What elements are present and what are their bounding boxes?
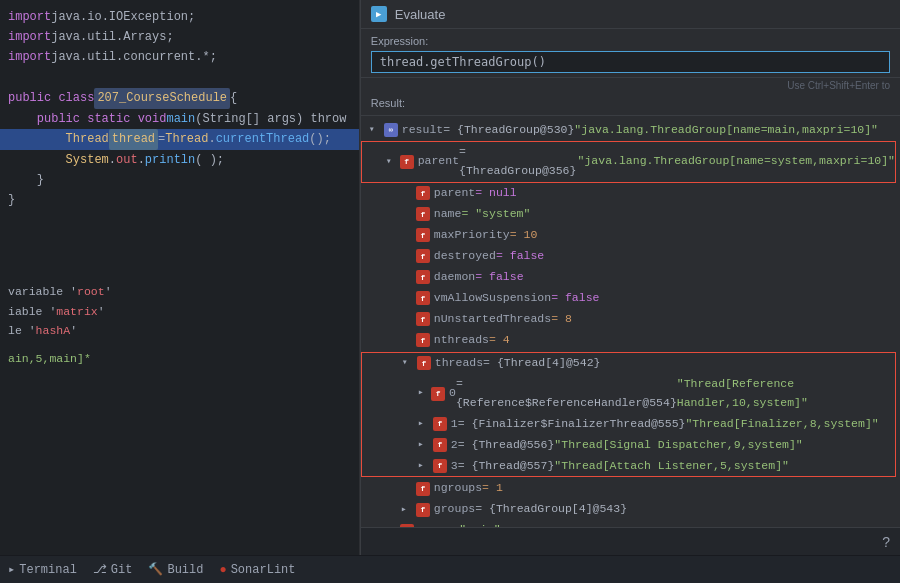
terminal-button[interactable]: ▸ Terminal (8, 562, 77, 577)
key-root: result (402, 121, 443, 140)
val-str: "Thread[Signal Dispatcher,9,system]" (554, 436, 802, 455)
val: = false (496, 247, 544, 266)
code-content: import java.io.IOException; import java.… (0, 0, 359, 218)
tree-item-groups[interactable]: f groups = {ThreadGroup[4]@543} (361, 499, 900, 520)
tree-item-ngroups[interactable]: f ngroups = 1 (361, 478, 900, 499)
code-line-sysout: System . out . println ( ); (0, 150, 359, 170)
tree-item-daemon[interactable]: f daemon = false (361, 267, 900, 288)
result-section: Result: (361, 93, 900, 116)
class-name: 207_CourseSchedule (94, 88, 230, 109)
assign: = (158, 130, 165, 149)
type-thread: Thread (66, 130, 109, 149)
tree-item-maxpriority[interactable]: f maxPriority = 10 (361, 225, 900, 246)
threads-red-group: f threads = {Thread[4]@542} f 0 = {Refer… (361, 352, 896, 478)
system-ref: System (66, 151, 109, 170)
f-icon: f (433, 459, 447, 473)
tree-item-thread0[interactable]: f 0 = {Reference$ReferenceHandler@554} "… (362, 374, 895, 414)
debug-var-1: variable 'root' (8, 282, 351, 302)
bottom-bar: ▸ Terminal ⎇ Git 🔨 Build ● SonarLint (0, 555, 900, 583)
build-icon: 🔨 (148, 562, 163, 577)
val-str: "Thread[Attach Listener,5,system]" (554, 457, 789, 476)
tree-item-thread3[interactable]: f 3 = {Thread@557} "Thread[Attach Listen… (362, 456, 895, 477)
var-name2: matrix (56, 305, 97, 318)
expand[interactable] (418, 437, 430, 454)
tree-item-nunstarted[interactable]: f nUnstartedThreads = 8 (361, 309, 900, 330)
tree-item-nthreads-sys[interactable]: f nthreads = 4 (361, 330, 900, 351)
method-call: currentThread (216, 130, 310, 149)
key: maxPriority (434, 226, 510, 245)
val-root-str: "java.lang.ThreadGroup[name=main,maxpri=… (574, 121, 878, 140)
expand[interactable] (418, 458, 430, 475)
code-line-class: public class 207_CourseSchedule { (0, 88, 359, 109)
build-label: Build (167, 563, 203, 577)
git-button[interactable]: ⎇ Git (93, 562, 133, 577)
f-icon: f (416, 482, 430, 496)
val: = {ThreadGroup[4]@543} (475, 500, 627, 519)
expand[interactable] (418, 385, 428, 402)
tree-item-destroyed[interactable]: f destroyed = false (361, 246, 900, 267)
tree-item-thread1[interactable]: f 1 = {Finalizer$FinalizerThread@555} "T… (362, 414, 895, 435)
expand[interactable] (418, 416, 430, 433)
expand-threads[interactable] (402, 355, 414, 372)
code-panel: import java.io.IOException; import java.… (0, 0, 360, 555)
panel-header: ▶ Evaluate (361, 0, 900, 29)
val-root: = {ThreadGroup@530} (443, 121, 574, 140)
sonarlint-label: SonarLint (231, 563, 296, 577)
tree-item-thread2[interactable]: f 2 = {Thread@556} "Thread[Signal Dispat… (362, 435, 895, 456)
indent (8, 151, 66, 170)
expression-section: Expression: (361, 29, 900, 78)
expand-root[interactable] (369, 122, 381, 139)
tree-item-vmallow[interactable]: f vmAllowSuspension = false (361, 288, 900, 309)
f-icon: f (416, 503, 430, 517)
f-icon: f (416, 333, 430, 347)
build-button[interactable]: 🔨 Build (148, 562, 203, 577)
tree-item-root[interactable]: ∞ result = {ThreadGroup@530} "java.lang.… (361, 120, 900, 141)
println-call: println (145, 151, 195, 170)
key: vmAllowSuspension (434, 289, 551, 308)
tree-item-name-main[interactable]: f name = "main" (361, 520, 900, 527)
key: destroyed (434, 247, 496, 266)
tree-item-name-system[interactable]: f name = "system" (361, 204, 900, 225)
f-icon: f (417, 356, 431, 370)
f-icon: f (416, 228, 430, 242)
dot1: . (109, 151, 116, 170)
tree-item-threads[interactable]: f threads = {Thread[4]@542} (362, 353, 895, 374)
code-line-main: public static void main (String[] args) … (0, 109, 359, 129)
tree-item-parent-null[interactable]: f parent = null (361, 183, 900, 204)
tree-item-parent-outer[interactable]: f parent = {ThreadGroup@356} "java.lang.… (361, 141, 896, 183)
var-label: variable ' (8, 285, 77, 298)
debugger-vars: variable 'root' iable 'matrix' le 'hashA… (0, 278, 359, 372)
expression-label: Expression: (371, 35, 890, 47)
key: parent (434, 184, 475, 203)
expand[interactable] (401, 502, 413, 519)
code-line-blank (0, 68, 359, 88)
val: = null (475, 184, 516, 203)
f-icon: f (416, 207, 430, 221)
evaluate-panel: ▶ Evaluate Expression: Use Ctrl+Shift+En… (360, 0, 900, 555)
key: daemon (434, 268, 475, 287)
val-str: "Thread[Finalizer,8,system]" (685, 415, 878, 434)
sonarlint-button[interactable]: ● SonarLint (219, 563, 295, 577)
expression-input[interactable] (371, 51, 890, 73)
tree-area[interactable]: ∞ result = {ThreadGroup@530} "java.lang.… (361, 116, 900, 527)
var-label3-close: ' (70, 324, 77, 337)
expand-parent[interactable] (386, 154, 397, 171)
var-thread: thread (109, 129, 158, 150)
code-line-import2: import java.util.Arrays; (0, 28, 359, 48)
parens: (); (309, 130, 331, 149)
type-ref: Thread (165, 130, 208, 149)
code-line-thread: Thread thread = Thread . currentThread (… (0, 129, 359, 150)
keyword-public: public class (8, 89, 94, 108)
brace-open: { (230, 89, 237, 108)
val: = {Thread@557} (458, 457, 555, 476)
val: = 10 (510, 226, 538, 245)
evaluate-icon: ▶ (371, 6, 387, 22)
key: 2 (451, 436, 458, 455)
main-area: import java.io.IOException; import java.… (0, 0, 900, 555)
val: = 8 (551, 310, 572, 329)
close2: } (8, 191, 15, 210)
keyword: import (8, 8, 51, 27)
debug-var-4: ain,5,main]* (8, 349, 351, 369)
panel-bottom: ? (361, 527, 900, 555)
help-button[interactable]: ? (882, 534, 890, 550)
